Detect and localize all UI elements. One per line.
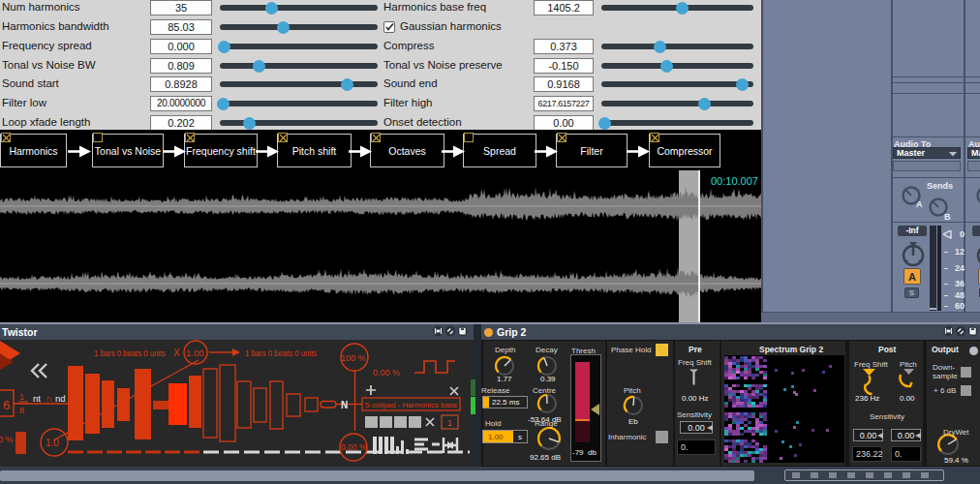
svg-text:nd: nd (55, 393, 66, 404)
svg-text:6: 6 (3, 398, 10, 412)
svg-text:1 bars 0 beats 0 units: 1 bars 0 beats 0 units (94, 348, 166, 358)
svg-text:100 %: 100 % (341, 353, 366, 363)
svg-text:1.0: 1.0 (46, 438, 59, 448)
svg-text:5-coilpad - Harmonics base: 5-coilpad - Harmonics base (365, 401, 458, 409)
svg-text:0 %: 0 % (0, 435, 14, 444)
svg-text:1: 1 (19, 392, 24, 402)
svg-text:N: N (341, 400, 348, 410)
svg-text:0.00 %: 0.00 % (341, 442, 367, 452)
svg-text:0.00 %: 0.00 % (373, 368, 400, 378)
svg-text:X: X (173, 348, 180, 358)
svg-text:∩: ∩ (46, 393, 52, 404)
svg-text:1.00: 1.00 (186, 348, 204, 358)
svg-text:1: 1 (447, 418, 452, 428)
svg-text:nt: nt (33, 393, 41, 404)
svg-text:1 bars 0 beats 0 units: 1 bars 0 beats 0 units (245, 348, 317, 358)
svg-text:8: 8 (19, 406, 24, 415)
